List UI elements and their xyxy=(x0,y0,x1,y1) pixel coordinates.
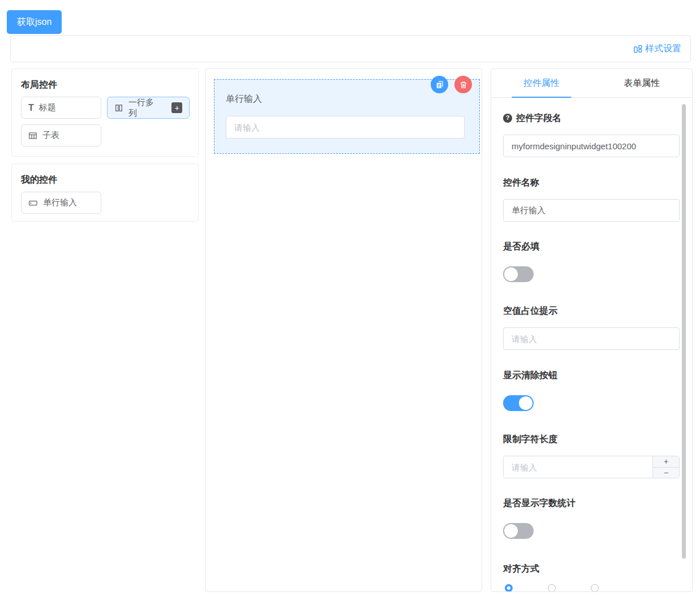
get-json-button[interactable]: 获取json xyxy=(7,10,62,34)
widget-card-title[interactable]: T 标题 xyxy=(21,97,101,119)
tab-form-properties[interactable]: 表单属性 xyxy=(592,69,693,97)
design-canvas[interactable]: 单行输入 xyxy=(205,68,482,592)
widget-actions xyxy=(431,76,472,93)
field-key-label-text: 控件字段名 xyxy=(516,113,561,123)
widget-card-label: 一行多列 xyxy=(128,97,161,119)
widget-card-label: 标题 xyxy=(39,102,56,113)
max-length-input[interactable] xyxy=(504,456,652,478)
toggle-knob xyxy=(519,396,532,410)
widget-card-label: 子表 xyxy=(42,130,59,141)
word-count-toggle[interactable] xyxy=(503,523,534,539)
my-widgets-panel: 我的控件 单行输入 xyxy=(11,163,199,222)
properties-body: ? 控件字段名 控件名称 是否必填 空值占位提示 显示清除按钮 限制字符长度 + xyxy=(491,113,692,592)
field-key-input[interactable] xyxy=(503,135,680,157)
copy-widget-button[interactable] xyxy=(431,76,448,93)
help-icon[interactable]: ? xyxy=(503,114,512,123)
my-widgets-title: 我的控件 xyxy=(21,174,189,185)
subtable-icon xyxy=(28,131,37,140)
max-length-label: 限制字符长度 xyxy=(503,434,680,444)
placeholder-hint-label: 空值占位提示 xyxy=(503,305,680,316)
widget-name-input[interactable] xyxy=(503,199,680,222)
widget-card-single-line-input[interactable]: 单行输入 xyxy=(21,192,101,214)
required-toggle[interactable] xyxy=(503,266,534,282)
increase-button[interactable]: + xyxy=(653,456,679,467)
form-designer-screen: 获取json 样式设置 布局控件 T 标题 xyxy=(0,0,700,605)
input-box-icon xyxy=(28,198,38,208)
show-clear-toggle[interactable] xyxy=(503,395,534,411)
alignment-radio[interactable] xyxy=(548,584,556,592)
my-widgets-grid: 单行输入 xyxy=(21,192,189,214)
alignment-radio[interactable] xyxy=(591,584,599,592)
max-length-number-input: + − xyxy=(503,456,680,478)
copy-icon xyxy=(435,80,444,89)
selected-widget-single-line-input[interactable]: 单行输入 xyxy=(214,79,480,154)
layout-widgets-title: 布局控件 xyxy=(21,79,189,90)
widget-card-multicolumn[interactable]: 一行多列 + xyxy=(107,97,190,119)
widget-name-label: 控件名称 xyxy=(503,177,680,188)
word-count-label: 是否显示字数统计 xyxy=(503,498,680,508)
delete-widget-button[interactable] xyxy=(454,76,472,93)
properties-tabs: 控件属性 表单属性 xyxy=(491,69,692,98)
layout-widgets-panel: 布局控件 T 标题 一行多列 + xyxy=(11,68,199,157)
toggle-knob xyxy=(504,267,518,281)
trash-icon xyxy=(459,80,468,89)
style-settings-link[interactable]: 样式设置 xyxy=(633,43,681,55)
required-label: 是否必填 xyxy=(503,241,680,252)
widget-card-label: 单行输入 xyxy=(43,197,77,208)
widget-card-subtable[interactable]: 子表 xyxy=(21,124,101,146)
number-stepper: + − xyxy=(652,456,679,478)
widget-preview-input[interactable] xyxy=(226,116,465,139)
toggle-knob xyxy=(504,524,518,538)
alignment-label: 对齐方式 xyxy=(503,563,680,574)
style-settings-icon xyxy=(633,44,642,54)
decrease-button[interactable]: − xyxy=(653,467,679,478)
canvas-toolbar: 样式设置 xyxy=(10,35,691,62)
tab-widget-properties[interactable]: 控件属性 xyxy=(491,69,592,97)
properties-panel: 控件属性 表单属性 ? 控件字段名 控件名称 是否必填 空值占位提示 显示清除按… xyxy=(491,68,693,592)
field-key-label: ? 控件字段名 xyxy=(503,113,680,123)
layout-widgets-grid: T 标题 一行多列 + xyxy=(21,97,189,146)
title-icon: T xyxy=(28,103,34,113)
columns-icon xyxy=(114,103,123,113)
add-column-button[interactable]: + xyxy=(171,102,182,113)
style-settings-label: 样式设置 xyxy=(645,43,681,55)
alignment-radio-group xyxy=(505,584,680,592)
panel-scrollbar[interactable] xyxy=(682,104,686,559)
show-clear-label: 显示清除按钮 xyxy=(503,370,680,381)
alignment-radio[interactable] xyxy=(505,584,513,592)
placeholder-hint-input[interactable] xyxy=(503,327,680,350)
